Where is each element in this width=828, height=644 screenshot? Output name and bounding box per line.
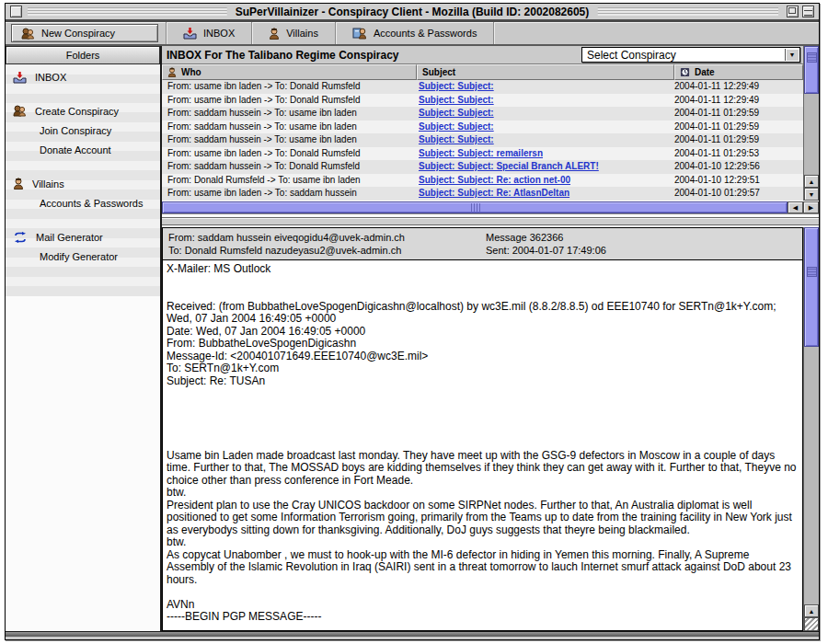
sidebar-item-create-conspiracy[interactable]: Create Conspiracy [6,101,160,121]
table-row[interactable]: From: Donald Rumsfeld -> To: usame ibn l… [162,174,803,188]
column-label: Subject [422,67,455,77]
thumb-grip-icon [470,203,480,212]
row-subject-link[interactable]: Subject: Subject: [419,81,494,91]
thumb-grip-icon [807,267,817,277]
message-body-text: X-Mailer: MS Outlock Received: (from Bub… [162,260,803,631]
row-subject-link[interactable]: Subject: Subject: [419,121,494,132]
row-who: From: usame ibn laden -> To: saddam huss… [162,187,417,201]
row-who: From: usame ibn laden -> To: Donald Rums… [162,80,417,94]
collapse-window-button[interactable] [802,6,814,17]
inbox-toolbar-button[interactable]: INBOX [167,22,251,44]
table-row[interactable]: From: usame ibn laden -> To: Donald Rums… [162,94,803,108]
sidebar-spacer [6,159,160,174]
row-date: 2004-01-11 01:29:59 [674,107,803,121]
scrollbar-track[interactable] [804,94,819,175]
row-subject-link[interactable]: Subject: Subject: [419,108,494,118]
sidebar-item-mail-generator[interactable]: Mail Generator [6,227,160,247]
sidebar-item-villains[interactable]: Villains [6,174,160,193]
sidebar-item-label: INBOX [35,72,66,83]
zoom-window-button[interactable] [787,6,799,17]
sidebar-spacer [6,213,160,227]
sidebar-item-join-conspiracy[interactable]: Join Conspiracy [6,121,160,140]
resize-grip[interactable] [804,617,819,631]
row-subject-link[interactable]: Subject: Subject: [419,95,494,105]
message-sent: Sent: 2004-01-07 17:49:06 [486,244,797,257]
villain-icon [167,67,177,77]
scroll-right-button[interactable]: ▶ [803,201,819,213]
message-header: From: saddam hussein eiveqogidu4@uvek-ad… [162,227,803,260]
app-window: SuPerVillainizer - Conspiracy Client - M… [5,3,820,640]
sidebar-item-modify-generator[interactable]: Modify Generator [6,247,160,266]
sidebar-item-label: Donate Account [40,144,111,155]
row-subject-link[interactable]: Subject: Subject: Re: AtlasnDeltan [419,188,569,198]
villains-toolbar-button[interactable]: Villains [252,22,335,44]
sidebar-item-donate-account[interactable]: Donate Account [6,140,160,159]
sidebar-item-inbox[interactable]: INBOX [6,67,160,86]
row-who: From: Donald Rumsfeld -> To: usame ibn l… [162,174,417,188]
accounts-passwords-toolbar-button[interactable]: Accounts & Passwords [336,22,494,44]
row-date: 2004-01-11 01:29:59 [674,133,803,147]
table-row[interactable]: From: saddam hussein -> To: Donald Rumsf… [162,160,803,174]
row-subject-link[interactable]: Subject: Subject: remailersn [419,148,543,158]
table-row[interactable]: From: usame ibn laden -> To: Donald Rums… [162,147,803,161]
table-row[interactable]: From: usame ibn laden -> To: saddam huss… [162,187,803,201]
folders-header: Folders [6,46,160,64]
column-label: Who [181,67,201,77]
sidebar-item-label: Mail Generator [36,232,103,243]
list-horizontal-scrollbar[interactable]: ◀ ▶ [162,201,819,214]
scroll-up-button[interactable]: ▲ [804,175,819,188]
row-who: From: saddam hussein -> To: usame ibn la… [162,133,417,147]
scroll-down-button[interactable]: ▼ [804,188,819,201]
main-pane: INBOX For The Talibano Regime Conspiracy… [162,46,819,631]
scroll-up-button[interactable]: ▲ [804,604,819,617]
row-who: From: usame ibn laden -> To: Donald Rums… [162,94,417,108]
row-date: 2004-01-11 01:29:53 [674,147,803,161]
toolbar: New Conspiracy INBOX Villains [6,22,819,46]
scrollbar-thumb[interactable] [804,46,819,94]
conspiracy-select-value: Select Conspiracy [587,49,676,62]
sidebar-item-accounts-passwords[interactable]: Accounts & Passwords [6,193,160,213]
table-row[interactable]: From: saddam hussein -> To: usame ibn la… [162,121,803,134]
table-row[interactable]: From: saddam hussein -> To: usame ibn la… [162,133,803,147]
two-people-icon [21,28,35,40]
table-row[interactable]: From: usame ibn laden -> To: Donald Rums… [162,80,803,94]
sidebar-spacer [6,86,160,101]
toolbar-button-label: INBOX [203,28,235,39]
row-who: From: saddam hussein -> To: usame ibn la… [162,107,417,121]
pane-splitter[interactable] [162,217,819,225]
chevron-down-icon[interactable]: ▼ [785,49,799,61]
row-who: From: usame ibn laden -> To: Donald Rums… [162,147,417,161]
clock-icon [680,67,690,77]
column-header-who[interactable]: Who [162,64,417,80]
scrollbar-thumb[interactable] [162,201,788,213]
row-who: From: saddam hussein -> To: usame ibn la… [162,121,417,134]
conspiracy-select[interactable]: Select Conspiracy ▼ [581,47,800,63]
row-date: 2004-01-11 12:29:49 [674,80,803,94]
scrollbar-thumb[interactable] [804,227,819,347]
list-header-bar: INBOX For The Talibano Regime Conspiracy… [162,46,803,64]
row-date: 2004-01-11 12:29:49 [674,94,803,108]
new-conspiracy-button[interactable]: New Conspiracy [11,24,158,42]
message-list-rows: From: usame ibn laden -> To: Donald Rums… [162,80,803,201]
inbox-tray-icon [183,27,197,40]
message-vertical-scrollbar[interactable]: ▲ [803,227,819,631]
row-subject-link[interactable]: Subject: Subject: Re: action net-00 [419,175,570,185]
row-who: From: saddam hussein -> To: Donald Rumsf… [162,160,417,174]
row-subject-link[interactable]: Subject: Subject: [419,134,494,144]
scroll-left-button[interactable]: ◀ [788,201,803,213]
message-to: To: Donald Rumsfeld nazudeyasu2@uvek-adm… [168,244,486,257]
row-subject-link[interactable]: Subject: Subject: Special Branch ALERT! [419,161,599,171]
column-header-date[interactable]: Date [674,64,803,80]
inbox-tray-icon [13,71,27,84]
column-header-subject[interactable]: Subject [417,64,674,80]
title-bar[interactable]: SuPerVillainizer - Conspiracy Client - M… [6,4,819,22]
sidebar-item-label: Create Conspiracy [35,106,119,117]
row-date: 2004-01-10 12:29:51 [674,174,803,188]
message-from: From: saddam hussein eiveqogidu4@uvek-ad… [168,231,486,244]
message-list-zone: INBOX For The Talibano Regime Conspiracy… [162,46,819,201]
row-date: 2004-01-10 12:29:56 [674,160,803,174]
close-window-button[interactable] [10,6,22,17]
scrollbar-track[interactable] [804,347,819,604]
list-vertical-scrollbar[interactable]: ▲ ▼ [803,46,819,201]
table-row[interactable]: From: saddam hussein -> To: usame ibn la… [162,107,803,121]
